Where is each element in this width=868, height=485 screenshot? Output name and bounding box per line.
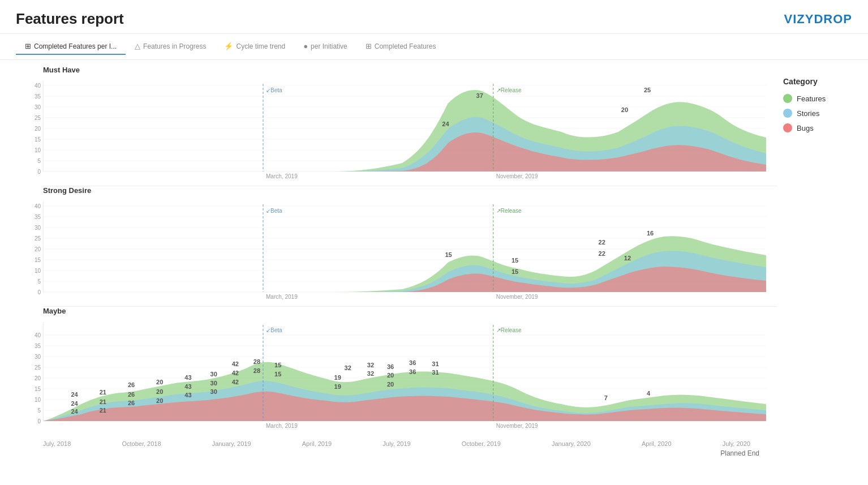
x-label-2: January, 2019 <box>212 440 251 447</box>
svg-text:25: 25 <box>35 235 41 242</box>
x-label-5: October, 2019 <box>462 440 501 447</box>
svg-text:20: 20 <box>387 381 394 388</box>
svg-text:25: 25 <box>35 364 41 371</box>
tab-cycle-time-trend[interactable]: ⚡ Cycle time trend <box>215 38 294 55</box>
svg-text:30: 30 <box>210 371 217 377</box>
svg-text:12: 12 <box>624 255 631 261</box>
svg-text:26: 26 <box>128 381 135 388</box>
x-label-0: July, 2018 <box>43 440 71 447</box>
legend-dot-bugs <box>783 123 792 132</box>
svg-text:15: 15 <box>35 257 41 263</box>
tab-features-in-progress[interactable]: △ Features in Progress <box>126 38 215 55</box>
tab-icon-0: ⊞ <box>25 42 31 50</box>
svg-text:15: 15 <box>35 386 41 392</box>
svg-text:43: 43 <box>184 392 191 398</box>
x-label-4: July, 2019 <box>383 440 410 447</box>
section-strong-desire: Strong Desire 0 5 10 15 20 25 30 35 40 <box>16 186 777 306</box>
svg-text:20: 20 <box>35 126 41 132</box>
x-label-1: October, 2018 <box>122 440 161 447</box>
svg-text:20: 20 <box>156 379 163 385</box>
header: Features report VIZYDROP <box>0 0 868 34</box>
legend-dot-stories <box>783 109 792 118</box>
planned-end-label: Planned End <box>16 449 777 457</box>
svg-text:0: 0 <box>38 289 41 295</box>
tab-completed-features[interactable]: ⊞ Completed Features <box>356 38 445 55</box>
svg-text:19: 19 <box>334 383 341 390</box>
legend-label-features: Features <box>797 95 826 103</box>
svg-text:20: 20 <box>35 246 41 252</box>
page-title: Features report <box>16 10 124 28</box>
svg-text:March, 2019: March, 2019 <box>266 294 298 300</box>
svg-text:30: 30 <box>210 388 217 395</box>
tab-icon-1: △ <box>135 42 140 50</box>
svg-text:20: 20 <box>156 397 163 404</box>
legend: Category Features Stories Bugs <box>777 66 868 457</box>
svg-text:36: 36 <box>409 368 416 375</box>
svg-text:20: 20 <box>621 106 628 113</box>
svg-text:10: 10 <box>35 397 41 403</box>
svg-text:5: 5 <box>38 278 41 285</box>
svg-text:15: 15 <box>512 268 518 275</box>
chart-strong-desire: 0 5 10 15 20 25 30 35 40 <box>16 196 777 306</box>
tab-label-0: Completed Features per I... <box>34 42 117 50</box>
legend-item-features: Features <box>783 94 857 103</box>
x-label-3: April, 2019 <box>302 440 332 447</box>
tab-icon-3: ● <box>303 42 308 50</box>
svg-text:November, 2019: November, 2019 <box>496 423 538 429</box>
tab-completed-features-per-i[interactable]: ⊞ Completed Features per I... <box>16 38 126 55</box>
svg-text:28: 28 <box>253 358 260 365</box>
svg-text:15: 15 <box>512 257 518 264</box>
section-label-strong-desire: Strong Desire <box>16 186 777 195</box>
svg-text:32: 32 <box>345 364 351 371</box>
svg-text:15: 15 <box>445 251 452 258</box>
svg-text:36: 36 <box>409 359 416 366</box>
tab-icon-2: ⚡ <box>224 42 233 50</box>
svg-text:31: 31 <box>432 360 439 367</box>
svg-text:40: 40 <box>35 83 41 89</box>
svg-text:5: 5 <box>38 158 41 164</box>
svg-text:19: 19 <box>334 374 341 381</box>
svg-text:42: 42 <box>232 379 239 385</box>
svg-text:10: 10 <box>35 147 41 153</box>
svg-text:↙Beta: ↙Beta <box>266 327 282 333</box>
tab-per-initiative[interactable]: ● per Initiative <box>294 38 356 55</box>
svg-text:42: 42 <box>232 360 239 367</box>
x-label-8: July, 2020 <box>723 440 750 447</box>
svg-text:0: 0 <box>38 169 41 175</box>
svg-text:November, 2019: November, 2019 <box>496 294 538 300</box>
svg-text:November, 2019: November, 2019 <box>496 173 538 179</box>
svg-text:26: 26 <box>128 400 135 406</box>
svg-text:35: 35 <box>35 343 41 349</box>
svg-text:20: 20 <box>156 388 163 395</box>
tab-icon-4: ⊞ <box>366 42 372 50</box>
svg-text:32: 32 <box>367 362 374 368</box>
x-label-6: January, 2020 <box>552 440 591 447</box>
svg-text:25: 25 <box>644 87 651 93</box>
svg-text:32: 32 <box>367 370 374 377</box>
svg-text:43: 43 <box>184 383 191 390</box>
svg-text:15: 15 <box>274 362 281 368</box>
tab-label-4: Completed Features <box>375 42 436 50</box>
legend-item-stories: Stories <box>783 109 857 118</box>
brand-logo: VIZYDROP <box>784 12 852 27</box>
svg-text:24: 24 <box>71 391 78 398</box>
legend-label-bugs: Bugs <box>797 124 814 132</box>
svg-text:43: 43 <box>184 374 191 381</box>
tab-label-1: Features in Progress <box>143 42 206 50</box>
svg-text:20: 20 <box>387 372 394 379</box>
svg-text:↙Beta: ↙Beta <box>266 87 282 93</box>
section-maybe: Maybe 0 5 10 15 20 25 30 35 40 <box>16 307 777 438</box>
tab-label-2: Cycle time trend <box>236 42 285 50</box>
svg-text:40: 40 <box>35 332 41 338</box>
svg-text:42: 42 <box>232 370 239 376</box>
legend-dot-features <box>783 94 792 103</box>
svg-text:35: 35 <box>35 93 41 100</box>
svg-text:40: 40 <box>35 203 41 209</box>
chart-must-have: 0 5 10 15 20 25 30 35 40 <box>16 75 777 186</box>
section-must-have: Must Have 0 5 10 15 20 25 30 35 40 <box>16 66 777 186</box>
svg-text:30: 30 <box>35 104 41 110</box>
section-label-must-have: Must Have <box>16 66 777 74</box>
svg-text:31: 31 <box>432 369 439 376</box>
svg-text:15: 15 <box>274 371 281 377</box>
svg-text:20: 20 <box>35 375 41 381</box>
